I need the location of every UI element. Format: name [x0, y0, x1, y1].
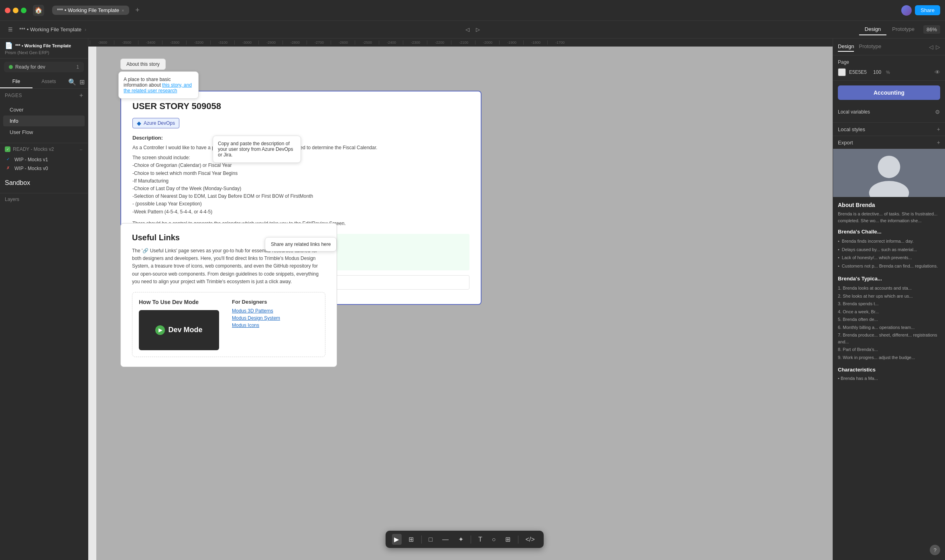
tab-close-icon[interactable]: ×: [122, 8, 124, 13]
typical-item-1: 1. Brenda looks at accounts and sta...: [838, 285, 940, 292]
navbar-center: ◁ ▷: [89, 25, 856, 34]
tooltip-link[interactable]: this story, and the related user researc…: [124, 82, 192, 93]
right-forward-btn[interactable]: ▷: [936, 44, 940, 50]
sidebar-top: 📄 *** • Working File Template Prism (Nex…: [0, 39, 88, 59]
persona-desc: Brenda is a detective... of tasks. She i…: [838, 211, 940, 224]
for-designers-section: For Designers Modus 3D Patterns Modus De…: [232, 299, 319, 350]
bottom-toolbar: ▶ ⊞ □ — ✦ T ○ ⊞ </>: [385, 531, 543, 548]
maximize-traffic-light[interactable]: [21, 8, 26, 13]
search-button[interactable]: 🔍: [68, 78, 76, 86]
char-title: Characteristics: [838, 367, 940, 373]
canvas-area[interactable]: -3600 -3500 -3400 -3300 -3200 -3100 -300…: [88, 39, 833, 560]
rectangle-tool[interactable]: □: [426, 534, 435, 545]
local-styles-add-btn[interactable]: +: [937, 126, 940, 132]
canvas-content[interactable]: About this story A place to share basic …: [96, 47, 833, 560]
ruler-mark: -2000: [475, 41, 499, 45]
about-tooltip-popup: A place to share basic information about…: [118, 71, 199, 99]
sandbox-section[interactable]: Sandbox: [0, 176, 88, 190]
modus-design-link[interactable]: Modus Design System: [232, 315, 319, 321]
file-name-nav: *** • Working File Template: [19, 26, 81, 32]
tab-prototype[interactable]: Prototype: [886, 24, 920, 35]
local-variables-section: Local variables ⚙: [833, 105, 945, 123]
ready-section-header[interactable]: ✓ READY - Mocks v2 ↔: [0, 143, 88, 155]
typical-item-9: 9. Work in progres... adjust the budge..…: [838, 354, 940, 361]
right-sidebar-actions: ◁ ▷: [929, 44, 940, 50]
modus-icons-link[interactable]: Modus Icons: [232, 323, 319, 328]
text-tool[interactable]: T: [476, 534, 485, 545]
modus-3d-link[interactable]: Modus 3D Patterns: [232, 308, 319, 314]
tab-design-right[interactable]: Design: [838, 42, 854, 52]
active-tab[interactable]: *** • Working File Template ×: [52, 6, 129, 15]
desc-tooltip-text: Copy and paste the description of your u…: [218, 141, 293, 158]
grid-view-button[interactable]: ⊞: [79, 78, 85, 86]
toolbar-separator-3: [518, 536, 518, 544]
accounting-button[interactable]: Accounting: [838, 85, 940, 100]
azure-devops-icon: ◆: [137, 120, 141, 126]
challenge-item-2: • Delays caused by... such as material..…: [838, 246, 940, 253]
local-variables-settings-btn[interactable]: ⚙: [935, 109, 940, 115]
ready-section: ✓ READY - Mocks v2 ↔ ✓ WIP - Mocks v1 ✗ …: [0, 143, 88, 173]
sidebar-tab-file[interactable]: File: [0, 75, 33, 88]
ruler-mark: -2500: [355, 41, 379, 45]
page-bg-value: E5E5E5: [849, 69, 867, 75]
page-item-info[interactable]: Info: [3, 116, 85, 126]
traffic-lights: [5, 8, 26, 13]
layers-header: Layers: [0, 193, 88, 205]
ruler-mark: -2100: [451, 41, 475, 45]
ruler-mark: -3200: [186, 41, 210, 45]
ruler-mark: -2300: [403, 41, 427, 45]
ruler-mark: -2200: [427, 41, 451, 45]
pen-tool[interactable]: ✦: [456, 534, 466, 545]
typical-item-2: 2. She looks at her ups which are us...: [838, 293, 940, 300]
toolbar-separator-1: [421, 536, 421, 544]
ruler-mark: -3400: [138, 41, 162, 45]
page-item-userflow[interactable]: User Flow: [3, 127, 85, 138]
page-item-cover[interactable]: Cover: [3, 104, 85, 115]
code-tool[interactable]: </>: [523, 534, 537, 545]
zoom-level[interactable]: 86%: [923, 25, 940, 34]
help-button[interactable]: ?: [930, 545, 940, 555]
wip-item-v0[interactable]: ✗ WIP - Mocks v0: [0, 164, 88, 173]
line-tool[interactable]: —: [440, 534, 451, 545]
sidebar-file-name: 📄 *** • Working File Template: [5, 42, 83, 49]
avatar: [901, 5, 912, 16]
export-add-btn[interactable]: +: [937, 139, 940, 146]
how-to-title: How To Use Dev Mode: [139, 299, 226, 305]
azure-badge: ◆ Azure DevOps: [132, 118, 179, 128]
local-variables-title: Local variables: [838, 109, 870, 115]
about-story-button[interactable]: About this story: [120, 59, 166, 70]
add-tab-button[interactable]: +: [132, 5, 143, 16]
tab-design[interactable]: Design: [859, 24, 886, 35]
how-to-left: How To Use Dev Mode ▶ Dev Mode: [139, 299, 226, 350]
wip-item-v1[interactable]: ✓ WIP - Mocks v1: [0, 155, 88, 164]
challenges-section: Brenda's Challe... • Brenda finds incorr…: [833, 229, 945, 276]
tab-prototype-right[interactable]: Prototype: [859, 42, 881, 52]
export-section: Export +: [833, 136, 945, 149]
home-button[interactable]: 🏠: [33, 5, 44, 16]
minimize-traffic-light[interactable]: [13, 8, 18, 13]
share-button[interactable]: Share: [915, 5, 940, 15]
description-text: As a Controller I would like to have a p…: [132, 144, 469, 227]
eye-button[interactable]: 👁: [935, 69, 940, 75]
right-back-btn[interactable]: ◁: [929, 44, 933, 50]
page-bg-swatch[interactable]: [838, 68, 846, 76]
challenge-item-4: • Customers not p... Brenda can find... …: [838, 263, 940, 270]
select-tool[interactable]: ▶: [392, 534, 401, 545]
ruler-marks: -3600 -3500 -3400 -3300 -3200 -3100 -300…: [90, 41, 831, 45]
component-tool[interactable]: ⊞: [503, 534, 513, 545]
frame-tool[interactable]: ⊞: [406, 534, 416, 545]
sidebar-tab-assets[interactable]: Assets: [33, 75, 65, 88]
hamburger-menu[interactable]: ☰: [5, 25, 16, 34]
typical-item-5: 5. Brenda often de...: [838, 316, 940, 323]
typical-item-6: 6. Monthly billing a... operations team.…: [838, 324, 940, 331]
close-traffic-light[interactable]: [5, 8, 10, 13]
tab-label: *** • Working File Template: [57, 7, 119, 13]
play-button[interactable]: ▷: [473, 25, 483, 34]
layers-title: Layers: [5, 197, 19, 202]
links-tooltip-text: Share any related links here: [271, 241, 331, 247]
back-button[interactable]: ◁: [462, 25, 473, 34]
ruler-mark: -2700: [307, 41, 331, 45]
add-page-button[interactable]: +: [79, 92, 83, 99]
persona-name: About Brenda: [838, 202, 940, 208]
circle-tool[interactable]: ○: [490, 534, 498, 545]
